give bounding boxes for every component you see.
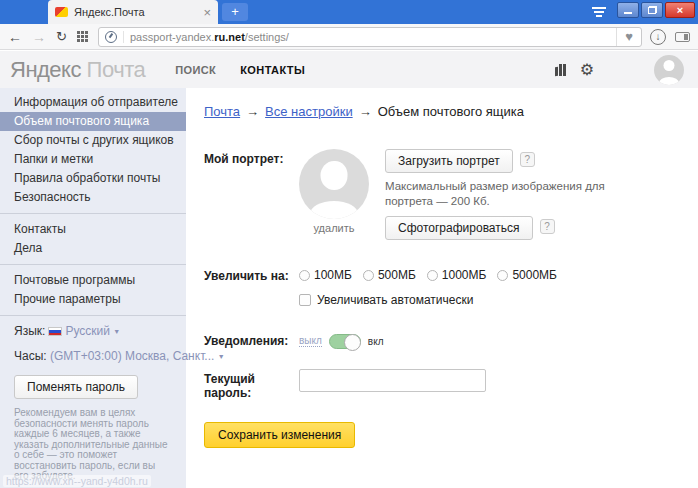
url-prefix: passport-yandex.	[130, 31, 214, 43]
upload-portrait-button[interactable]: Загрузить портрет	[385, 149, 513, 173]
url-path: /settings/	[245, 31, 289, 43]
user-avatar[interactable]	[654, 55, 684, 85]
restore-button[interactable]	[641, 2, 663, 18]
auto-increase-label: Увеличивать автоматически	[317, 293, 473, 307]
url-domain: ru.net	[214, 31, 245, 43]
window-controls: ×	[617, 2, 695, 18]
yandex-mail-favicon	[55, 7, 68, 17]
delete-portrait-link[interactable]: удалить	[299, 222, 369, 234]
sidebar-item-other-settings[interactable]: Прочие параметры	[0, 290, 186, 309]
radio-1000mb[interactable]: 1000МБ	[427, 268, 487, 282]
forward-icon[interactable]: →	[32, 30, 46, 44]
new-tab-button[interactable]: +	[222, 3, 248, 21]
sidebar-item-sender-info[interactable]: Информация об отправителе	[0, 93, 186, 112]
notifications-toggle[interactable]	[329, 334, 361, 349]
breadcrumb-separator: →	[246, 104, 259, 119]
take-photo-button[interactable]: Сфотографироваться	[385, 216, 533, 240]
header-icons: ⚙	[555, 55, 684, 85]
statusbar-link-preview: https://www.xn--yand-y4d0h.ru	[3, 475, 151, 487]
breadcrumb-all-settings-link[interactable]: Все настройки	[265, 104, 353, 119]
apps-grid-icon[interactable]	[77, 31, 88, 42]
sidebar-divider	[0, 315, 186, 316]
nav-contacts-link[interactable]: КОНТАКТЫ	[240, 64, 305, 76]
sidebar-item-todo[interactable]: Дела	[0, 239, 186, 258]
gear-icon[interactable]: ⚙	[580, 62, 594, 78]
current-password-row: Текущий пароль:	[204, 369, 698, 400]
toggle-off-link[interactable]: выкл	[299, 336, 322, 347]
browser-toolbar: ← → ↻ passport-yandex.ru.net/settings/ ♥…	[0, 24, 698, 50]
yandex-mail-logo[interactable]: Яндекс Почта	[10, 57, 145, 83]
nav-search-link[interactable]: ПОИСК	[175, 64, 216, 76]
change-password-button[interactable]: Поменять пароль	[14, 375, 138, 399]
reader-mode-icon[interactable]	[675, 32, 690, 42]
tab-close-icon[interactable]: ×	[203, 6, 211, 19]
radio-500mb[interactable]: 500МБ	[363, 268, 416, 282]
sidebar-item-security[interactable]: Безопасность	[0, 188, 186, 207]
help-icon[interactable]: ?	[520, 152, 535, 167]
logo-primary: Яндекс	[10, 57, 81, 82]
help-icon[interactable]: ?	[540, 219, 555, 234]
radio-icon[interactable]	[497, 270, 508, 281]
language-select[interactable]: Русский	[65, 324, 110, 338]
page-header: Яндекс Почта ПОИСК КОНТАКТЫ ⚙	[0, 51, 698, 88]
timezone-select[interactable]: (GMT+03:00) Москва, Санкт...	[50, 349, 214, 363]
tab-title: Яндекс.Почта	[74, 6, 197, 18]
russia-flag-icon	[48, 327, 62, 336]
sidebar-item-mail-rules[interactable]: Правила обработки почты	[0, 169, 186, 188]
checkbox-icon[interactable]	[299, 294, 311, 306]
language-label: Язык:	[14, 324, 45, 338]
radio-5000mb[interactable]: 5000МБ	[497, 268, 557, 282]
portrait-label: Мой портрет:	[204, 149, 299, 240]
breadcrumb-separator: →	[359, 104, 372, 119]
browser-tab[interactable]: Яндекс.Почта ×	[48, 0, 218, 24]
radio-icon[interactable]	[363, 270, 374, 281]
chevron-down-icon[interactable]: ▼	[218, 353, 225, 360]
sidebar-item-mail-collection[interactable]: Сбор почты с других ящиков	[0, 131, 186, 150]
portrait-row: Мой портрет: удалить Загрузить портрет? …	[204, 149, 698, 240]
breadcrumb-mail-link[interactable]: Почта	[204, 104, 240, 119]
browser-window: Яндекс.Почта × + × ← → ↻ passport-yandex…	[0, 0, 698, 488]
language-row: Язык:Русский ▼	[0, 322, 186, 340]
radio-icon[interactable]	[427, 270, 438, 281]
site-info-icon[interactable]	[105, 31, 117, 43]
bookmark-heart-icon[interactable]: ♥	[616, 28, 641, 46]
current-password-label: Текущий пароль:	[204, 369, 299, 400]
address-bar[interactable]: passport-yandex.ru.net/settings/ ♥	[98, 27, 642, 47]
clock-label: Часы:	[14, 349, 47, 363]
url-text[interactable]: passport-yandex.ru.net/settings/	[123, 31, 616, 43]
sidebar-divider	[0, 264, 186, 265]
notifications-row: Уведомления: выкл вкл	[204, 331, 698, 349]
sidebar-item-contacts[interactable]: Контакты	[0, 220, 186, 239]
settings-sidebar: Информация об отправителе Объем почтовог…	[0, 88, 186, 488]
browser-titlebar: Яндекс.Почта × + ×	[0, 0, 698, 24]
breadcrumb: Почта→Все настройки→Объем почтового ящик…	[204, 104, 698, 119]
close-window-button[interactable]: ×	[665, 2, 695, 18]
portrait-column: удалить	[299, 149, 369, 240]
clock-row: Часы: (GMT+03:00) Москва, Санкт... ▼	[0, 347, 186, 365]
content-area: Информация об отправителе Объем почтовог…	[0, 88, 698, 488]
sidebar-item-mail-clients[interactable]: Почтовые программы	[0, 271, 186, 290]
radio-icon[interactable]	[299, 270, 310, 281]
sidebar-divider	[0, 213, 186, 214]
collection-icon[interactable]	[555, 64, 566, 76]
chevron-down-icon[interactable]: ▼	[113, 328, 120, 335]
sidebar-item-folders-labels[interactable]: Папки и метки	[0, 150, 186, 169]
current-password-input[interactable]	[299, 369, 486, 392]
top-navigation: ПОИСК КОНТАКТЫ	[175, 64, 305, 76]
back-icon[interactable]: ←	[8, 30, 22, 44]
reload-icon[interactable]: ↻	[56, 30, 67, 43]
password-hint-text: Рекомендуем вам в целях безопасности мен…	[14, 408, 172, 482]
auto-increase-checkbox-row[interactable]: Увеличивать автоматически	[299, 293, 557, 307]
notifications-label: Уведомления:	[204, 331, 299, 349]
radio-label: 5000МБ	[512, 268, 557, 282]
radio-label: 100МБ	[314, 268, 352, 282]
radio-label: 1000МБ	[442, 268, 487, 282]
radio-100mb[interactable]: 100МБ	[299, 268, 352, 282]
downloads-icon[interactable]: ↓	[650, 29, 666, 45]
minimize-button[interactable]	[617, 2, 639, 18]
logo-secondary: Почта	[87, 57, 146, 82]
quota-options: 100МБ 500МБ 1000МБ 5000МБ	[299, 266, 557, 282]
browser-menu-icon[interactable]	[592, 7, 606, 17]
sidebar-item-mailbox-size[interactable]: Объем почтового ящика	[0, 112, 186, 131]
save-changes-button[interactable]: Сохранить изменения	[204, 422, 355, 448]
